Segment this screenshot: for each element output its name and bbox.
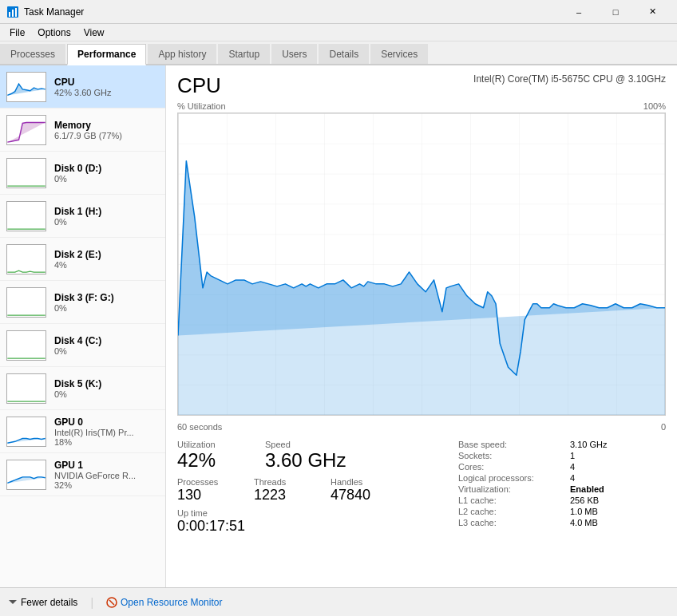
- specs-grid: Base speed: 3.10 GHz Sockets: 1 Cores: 4…: [458, 440, 666, 527]
- tab-services[interactable]: Services: [370, 44, 428, 64]
- tab-performance[interactable]: Performance: [67, 44, 146, 65]
- disk2-value: 4%: [54, 260, 159, 270]
- speed-value: 3.60 GHz: [265, 449, 346, 472]
- gpu0-label: GPU 0: [54, 417, 159, 428]
- sidebar-item-gpu0[interactable]: GPU 0 Intel(R) Iris(TM) Pr... 18%: [0, 410, 165, 453]
- gpu1-label: GPU 1: [54, 460, 159, 471]
- sidebar-item-disk3[interactable]: Disk 3 (F: G:) 0%: [0, 281, 165, 324]
- window-title: Task Manager: [24, 6, 560, 18]
- gpu0-pct: 18%: [54, 437, 159, 447]
- gpu0-value: Intel(R) Iris(TM) Pr...: [54, 428, 159, 437]
- gpu0-sidebar-info: GPU 0 Intel(R) Iris(TM) Pr... 18%: [54, 417, 159, 447]
- disk2-label: Disk 2 (E:): [54, 249, 159, 260]
- window-controls: – □ ✕: [560, 0, 671, 24]
- tabbar: Processes Performance App history Startu…: [0, 41, 677, 65]
- disk1-thumb: [6, 201, 46, 231]
- sidebar-item-disk2[interactable]: Disk 2 (E:) 4%: [0, 238, 165, 281]
- logical-label: Logical processors:: [458, 473, 554, 483]
- tab-details[interactable]: Details: [319, 44, 369, 64]
- disk0-sidebar-info: Disk 0 (D:) 0%: [54, 163, 159, 184]
- threads-block: Threads 1223: [254, 477, 318, 504]
- tab-startup[interactable]: Startup: [218, 44, 270, 64]
- memory-thumb: [6, 115, 46, 145]
- sidebar-item-disk4[interactable]: Disk 4 (C:) 0%: [0, 324, 165, 367]
- utilization-label: Utilization: [177, 440, 241, 449]
- chart-x-end: 0: [661, 422, 666, 432]
- titlebar: Task Manager – □ ✕: [0, 0, 677, 24]
- uptime-value: 0:00:17:51: [177, 518, 394, 535]
- content-subtitle: Intel(R) Core(TM) i5-5675C CPU @ 3.10GHz: [473, 73, 666, 85]
- sidebar-item-gpu1[interactable]: GPU 1 NVIDIA GeForce R... 32%: [0, 453, 165, 496]
- speed-block: Speed 3.60 GHz: [265, 440, 346, 472]
- uptime-block: Up time 0:00:17:51: [177, 508, 394, 535]
- content-title: CPU: [177, 73, 221, 98]
- disk4-value: 0%: [54, 346, 159, 356]
- handles-label: Handles: [331, 477, 394, 487]
- disk0-value: 0%: [54, 174, 159, 184]
- sidebar-item-disk5[interactable]: Disk 5 (K:) 0%: [0, 367, 165, 410]
- cpu-chart: [177, 113, 666, 416]
- disk2-thumb: [6, 244, 46, 274]
- fewer-details-label: Fewer details: [21, 597, 77, 608]
- disk1-label: Disk 1 (H:): [54, 206, 159, 217]
- logical-value: 4: [570, 473, 666, 483]
- svg-rect-2: [12, 10, 14, 17]
- utilization-value: 42%: [177, 449, 241, 472]
- chart-time-labels: 60 seconds 0: [177, 422, 666, 432]
- app-icon: [6, 6, 19, 18]
- disk5-sidebar-info: Disk 5 (K:) 0%: [54, 378, 159, 399]
- menu-view[interactable]: View: [77, 26, 111, 40]
- virt-label: Virtualization:: [458, 484, 554, 494]
- sidebar-item-memory[interactable]: Memory 6.1/7.9 GB (77%): [0, 109, 165, 152]
- virt-value: Enabled: [570, 484, 666, 494]
- base-speed-value: 3.10 GHz: [570, 440, 666, 449]
- svg-rect-3: [15, 8, 17, 17]
- disk5-thumb: [6, 373, 46, 404]
- maximize-button[interactable]: □: [597, 0, 634, 24]
- chart-x-start: 60 seconds: [177, 422, 222, 432]
- monitor-icon: [106, 597, 117, 608]
- disk5-label: Disk 5 (K:): [54, 378, 159, 389]
- sidebar-item-disk1[interactable]: Disk 1 (H:) 0%: [0, 195, 165, 238]
- sidebar: CPU 42% 3.60 GHz Memory 6.1/7.9 GB (77%): [0, 65, 166, 587]
- open-monitor-button[interactable]: Open Resource Monitor: [106, 597, 222, 608]
- svg-rect-1: [9, 12, 10, 17]
- processes-block: Processes 130: [177, 477, 241, 504]
- l2-label: L2 cache:: [458, 507, 554, 516]
- fewer-details-icon: [8, 598, 18, 607]
- minimize-button[interactable]: –: [560, 0, 597, 24]
- tab-processes[interactable]: Processes: [0, 44, 65, 64]
- disk3-value: 0%: [54, 303, 159, 313]
- sockets-label: Sockets:: [458, 451, 554, 460]
- l2-value: 1.0 MB: [570, 507, 666, 516]
- close-button[interactable]: ✕: [634, 0, 671, 24]
- menu-file[interactable]: File: [3, 26, 31, 40]
- l1-value: 256 KB: [570, 496, 666, 505]
- chart-y-label: % Utilization: [177, 101, 226, 111]
- processes-value: 130: [177, 487, 241, 504]
- threads-label: Threads: [254, 477, 318, 487]
- svg-line-10: [109, 600, 114, 605]
- handles-value: 47840: [331, 487, 394, 504]
- sidebar-item-disk0[interactable]: Disk 0 (D:) 0%: [0, 152, 165, 195]
- tab-app-history[interactable]: App history: [148, 44, 216, 64]
- disk1-sidebar-info: Disk 1 (H:) 0%: [54, 206, 159, 227]
- disk3-label: Disk 3 (F: G:): [54, 292, 159, 303]
- gpu1-value: NVIDIA GeForce R...: [54, 471, 159, 480]
- disk2-sidebar-info: Disk 2 (E:) 4%: [54, 249, 159, 270]
- sidebar-item-cpu[interactable]: CPU 42% 3.60 GHz: [0, 65, 165, 109]
- stats-left: Utilization 42% Speed 3.60 GHz Processes…: [177, 440, 394, 535]
- disk4-label: Disk 4 (C:): [54, 335, 159, 346]
- cpu-thumb: [6, 72, 46, 102]
- tab-users[interactable]: Users: [271, 44, 317, 64]
- cores-label: Cores:: [458, 462, 554, 472]
- cores-value: 4: [570, 462, 666, 472]
- memory-sidebar-info: Memory 6.1/7.9 GB (77%): [54, 120, 159, 140]
- bottombar: Fewer details | Open Resource Monitor: [0, 587, 677, 616]
- uptime-label: Up time: [177, 508, 394, 518]
- main-layout: CPU 42% 3.60 GHz Memory 6.1/7.9 GB (77%): [0, 65, 677, 587]
- fewer-details-button[interactable]: Fewer details: [8, 597, 77, 608]
- menu-options[interactable]: Options: [31, 26, 77, 40]
- disk5-value: 0%: [54, 389, 159, 399]
- disk4-sidebar-info: Disk 4 (C:) 0%: [54, 335, 159, 356]
